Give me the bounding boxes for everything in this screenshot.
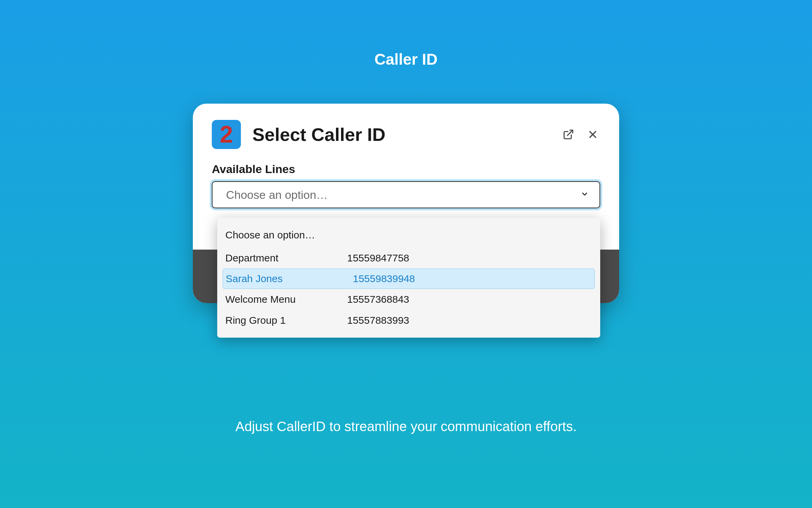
option-number: 15559847758 xyxy=(347,252,409,264)
option-name: Ring Group 1 xyxy=(225,315,347,326)
available-lines-label: Available Lines xyxy=(193,159,619,181)
page-title: Caller ID xyxy=(0,0,812,68)
dropdown-option[interactable]: Welcome Menu 15557368843 xyxy=(217,289,600,310)
close-icon[interactable] xyxy=(585,127,600,142)
svg-line-0 xyxy=(567,130,573,135)
select-wrapper: Choose an option… Choose an option… Depa… xyxy=(193,181,619,208)
dropdown-placeholder-label: Choose an option… xyxy=(225,229,315,241)
caller-id-modal: 2 Select Caller ID Available Lines Choos… xyxy=(193,104,619,303)
dropdown-option[interactable]: Ring Group 1 15557883993 xyxy=(217,310,600,331)
chevron-down-icon xyxy=(581,190,589,199)
modal-header: 2 Select Caller ID xyxy=(193,104,619,159)
dropdown-option[interactable]: Department 15559847758 xyxy=(217,248,600,269)
external-link-icon[interactable] xyxy=(561,127,576,142)
dropdown-placeholder-item[interactable]: Choose an option… xyxy=(217,225,600,248)
line-select[interactable]: Choose an option… xyxy=(212,181,600,208)
header-actions xyxy=(561,127,600,142)
option-name: Sarah Jones xyxy=(226,273,353,284)
dropdown-panel: Choose an option… Department 15559847758… xyxy=(217,218,600,338)
footer-description: Adjust CallerID to streamline your commu… xyxy=(0,419,812,434)
app-logo: 2 xyxy=(212,120,241,149)
option-number: 15557883993 xyxy=(347,315,409,326)
option-number: 15557368843 xyxy=(347,294,409,305)
modal-title: Select Caller ID xyxy=(252,124,561,145)
dropdown-option-highlighted[interactable]: Sarah Jones 15559839948 xyxy=(223,269,595,289)
option-name: Welcome Menu xyxy=(225,294,347,305)
select-placeholder-text: Choose an option… xyxy=(226,188,581,202)
option-number: 15559839948 xyxy=(353,273,415,284)
option-name: Department xyxy=(225,252,347,264)
